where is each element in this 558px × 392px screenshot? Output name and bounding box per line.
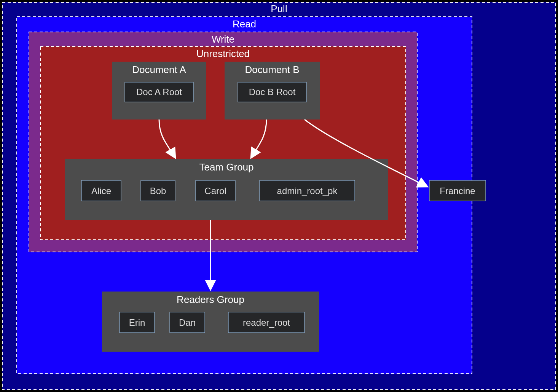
team-member-alice: Alice <box>91 186 111 196</box>
level-read-label: Read <box>233 18 256 30</box>
team-group-title: Team Group <box>199 161 253 173</box>
readers-group-title: Readers Group <box>177 294 244 305</box>
reader-erin: Erin <box>129 317 145 328</box>
team-member-admin-root: admin_root_pk <box>277 186 338 196</box>
reader-dan: Dan <box>179 317 196 328</box>
document-b-title: Document B <box>245 64 299 75</box>
level-write-label: Write <box>212 33 234 45</box>
document-b: Document B Doc B Root <box>225 62 320 120</box>
document-a-title: Document A <box>132 64 186 75</box>
external-francine-label: Francine <box>440 186 475 196</box>
team-member-bob: Bob <box>150 186 166 196</box>
document-a-root: Doc A Root <box>136 87 182 97</box>
team-member-carol: Carol <box>204 186 226 196</box>
document-a: Document A Doc A Root <box>112 62 206 120</box>
readers-group: Readers Group Erin Dan reader_root <box>102 292 319 352</box>
team-group: Team Group Alice Bob Carol admin_root_pk <box>65 159 388 220</box>
external-francine: Francine <box>429 180 486 201</box>
level-unrestricted-label: Unrestricted <box>196 48 250 59</box>
reader-root: reader_root <box>243 317 290 328</box>
document-b-root: Doc B Root <box>249 87 296 97</box>
level-pull-label: Pull <box>271 3 287 14</box>
